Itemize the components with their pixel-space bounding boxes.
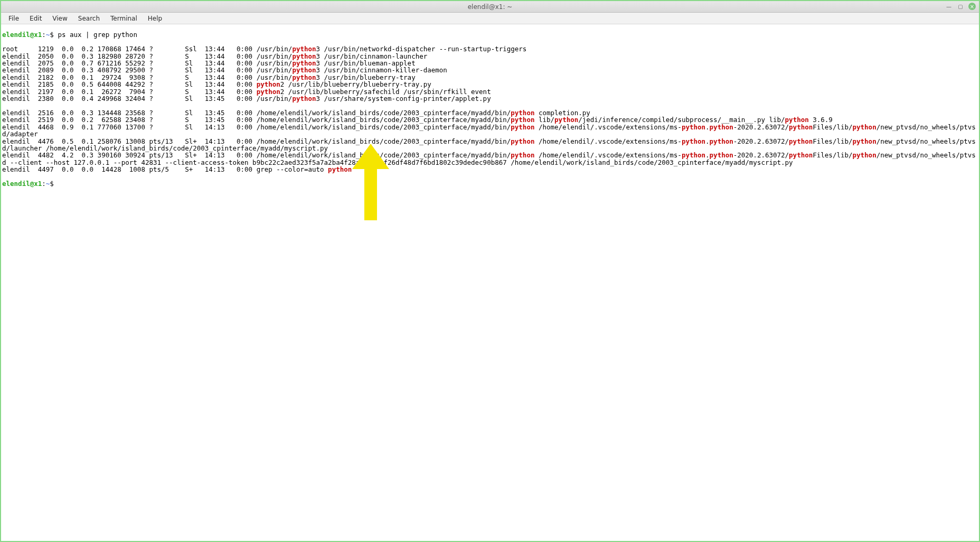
ps-row: elendil 2182 0.0 0.1 29724 9308 ? S 13:4… <box>2 74 978 81</box>
command-text: ps aux | grep python <box>58 31 137 39</box>
ps-row: root 1219 0.0 0.2 170868 17464 ? Ssl 13:… <box>2 45 978 52</box>
menu-terminal[interactable]: Terminal <box>105 14 143 23</box>
window-title: elendil@x1: ~ <box>468 3 513 11</box>
ps-row: elendil 2197 0.0 0.1 26272 7904 ? S 13:4… <box>2 88 978 95</box>
ps-row: elendil 2089 0.0 0.3 408792 29500 ? Sl 1… <box>2 67 978 73</box>
ps-row: elendil 2050 0.0 0.3 182980 28720 ? S 13… <box>2 53 978 60</box>
menu-search[interactable]: Search <box>73 14 105 23</box>
close-button[interactable]: × <box>968 3 976 10</box>
window-buttons: — ▢ × <box>945 3 976 10</box>
ps-row: elendil 2380 0.0 0.4 249968 32404 ? Sl 1… <box>2 95 978 102</box>
prompt-line: elendil@x1:~$ ps aux | grep python <box>2 31 978 38</box>
ps-row: elendil 4497 0.0 0.0 14428 1008 pts/5 S+… <box>2 166 978 173</box>
prompt-empty: elendil@x1:~$ <box>2 180 978 187</box>
ps-row: elendil 2519 0.0 0.2 62588 23408 ? S 13:… <box>2 116 978 123</box>
maximize-button[interactable]: ▢ <box>957 3 964 10</box>
prompt-userhost: elendil@x1 <box>2 31 42 39</box>
window-titlebar: elendil@x1: ~ — ▢ × <box>1 1 979 13</box>
menu-file[interactable]: File <box>3 14 24 23</box>
menu-bar: File Edit View Search Terminal Help <box>1 13 979 24</box>
minimize-button[interactable]: — <box>945 3 953 10</box>
ps-row: elendil 4482 4.2 0.3 390160 30924 pts/13… <box>2 152 978 166</box>
menu-help[interactable]: Help <box>143 14 167 23</box>
terminal-body[interactable]: elendil@x1:~$ ps aux | grep python root … <box>1 24 979 194</box>
ps-row: elendil 2185 0.0 0.5 644008 44292 ? Sl 1… <box>2 81 978 88</box>
ps-row: elendil 4468 0.9 0.1 777060 13700 ? Sl 1… <box>2 124 978 138</box>
ps-row: elendil 4476 0.5 0.1 258076 13008 pts/13… <box>2 138 978 152</box>
menu-edit[interactable]: Edit <box>24 14 47 23</box>
ps-row: elendil 2075 0.0 0.7 671216 55292 ? Sl 1… <box>2 60 978 67</box>
menu-view[interactable]: View <box>47 14 72 23</box>
ps-row: elendil 2516 0.0 0.3 134448 23568 ? Sl 1… <box>2 109 978 116</box>
